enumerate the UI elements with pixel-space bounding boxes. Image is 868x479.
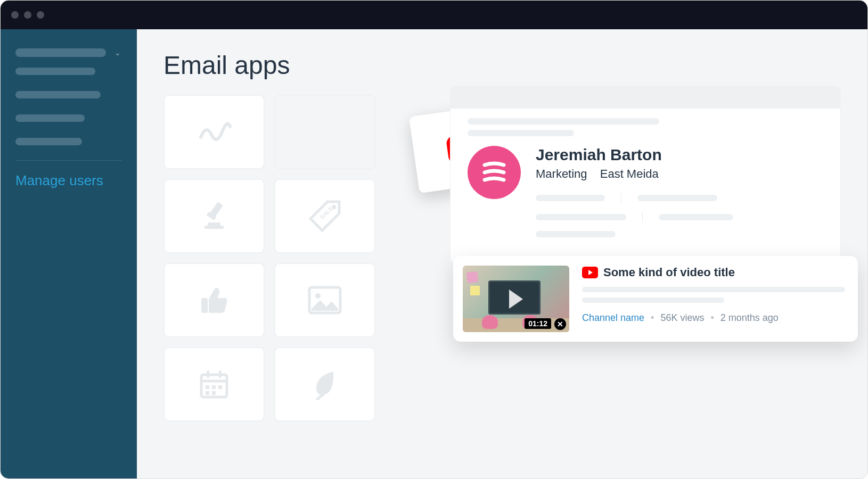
- sidebar-item-dropdown[interactable]: ⌄: [15, 48, 122, 57]
- app-tile-youtube-slot[interactable]: [274, 95, 375, 169]
- sale-tag-icon: SALE: [306, 197, 343, 235]
- app-tile-image[interactable]: [274, 263, 375, 337]
- video-duration: 01:12: [525, 318, 551, 329]
- window-control-close[interactable]: [11, 11, 19, 19]
- window-control-maximize[interactable]: [37, 11, 44, 19]
- profile-department: Marketing: [536, 167, 587, 180]
- svg-rect-15: [218, 385, 222, 389]
- gavel-icon: [197, 199, 231, 233]
- video-meta: Channel name • 56K views • 2 months ago: [582, 312, 845, 324]
- svg-rect-2: [204, 226, 224, 229]
- profile-header-bar: [451, 86, 840, 109]
- svg-rect-6: [201, 298, 208, 313]
- app-tile-gavel[interactable]: [163, 179, 265, 253]
- app-tile-leaf[interactable]: [274, 347, 375, 422]
- app-tile-scribble[interactable]: [163, 95, 265, 169]
- sidebar-item[interactable]: [15, 91, 122, 98]
- window-control-minimize[interactable]: [24, 11, 31, 19]
- svg-rect-12: [219, 370, 222, 378]
- sidebar-item[interactable]: [15, 68, 122, 75]
- profile-name: Jeremiah Barton: [536, 146, 823, 164]
- page-title: Email apps: [163, 51, 841, 80]
- calendar-icon: [198, 368, 230, 400]
- video-thumbnail[interactable]: 01:12 ✕: [463, 266, 569, 332]
- sidebar-item-manage-users[interactable]: Manage users: [15, 172, 122, 189]
- youtube-icon: [582, 267, 598, 278]
- video-age: 2 months ago: [720, 312, 779, 324]
- thumbs-up-icon: [198, 284, 230, 316]
- svg-rect-13: [206, 385, 209, 389]
- leaf-icon: [310, 368, 340, 400]
- browser-window: ⌄ Manage users Email apps: [0, 0, 868, 479]
- svg-rect-3: [208, 222, 220, 226]
- sidebar: ⌄ Manage users: [1, 29, 137, 478]
- app-body: ⌄ Manage users Email apps: [1, 29, 867, 478]
- svg-rect-11: [207, 370, 209, 378]
- scribble-icon: [195, 119, 233, 145]
- video-card[interactable]: 01:12 ✕ Some kind of video title Channel…: [453, 256, 858, 342]
- app-tile-sale[interactable]: SALE: [274, 179, 375, 253]
- svg-point-8: [315, 293, 321, 299]
- sidebar-divider: [15, 160, 122, 161]
- video-channel[interactable]: Channel name: [582, 312, 644, 324]
- chevron-down-icon: ⌄: [114, 48, 121, 57]
- video-views: 56K views: [660, 312, 704, 324]
- video-title: Some kind of video title: [603, 266, 735, 279]
- main-content: Email apps SALE: [137, 29, 867, 478]
- profile-subtitle: Marketing East Meida: [536, 167, 823, 181]
- close-icon[interactable]: ✕: [554, 318, 566, 330]
- app-tile-thumbs-up[interactable]: [163, 263, 265, 337]
- titlebar: [1, 1, 867, 29]
- svg-rect-16: [206, 391, 209, 395]
- profile-company: East Meida: [600, 167, 659, 180]
- sidebar-item[interactable]: [15, 114, 122, 122]
- image-icon: [307, 285, 342, 315]
- svg-rect-17: [212, 391, 216, 395]
- app-tile-calendar[interactable]: [163, 347, 265, 422]
- sidebar-item[interactable]: [15, 138, 122, 145]
- avatar: [468, 146, 521, 199]
- play-icon: [509, 290, 523, 309]
- svg-rect-14: [212, 385, 216, 389]
- profile-card: Jeremiah Barton Marketing East Meida: [450, 86, 841, 263]
